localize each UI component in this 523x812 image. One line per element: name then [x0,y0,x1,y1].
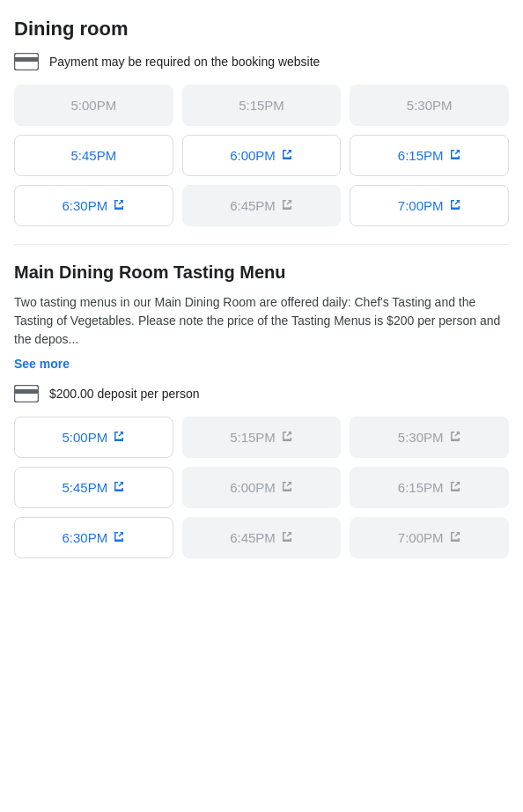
section1-time-grid: 5:00PM 5:15PM 5:30PM 5:45PM 6:00PM 6:15P… [14,85,509,226]
time-slot-630pm-s2[interactable]: 6:30PM [14,517,173,558]
time-slot-630pm-s1[interactable]: 6:30PM [14,185,173,226]
time-slot-600pm-s1[interactable]: 6:00PM [182,135,342,176]
external-link-icon [449,530,461,545]
svg-rect-3 [14,389,39,394]
external-link-icon [449,198,461,213]
external-link-icon [281,198,293,213]
time-slot-545pm-s1[interactable]: 5:45PM [14,135,173,176]
time-slot-615pm-s2[interactable]: 6:15PM [350,467,509,508]
payment-notice: Payment may be required on the booking w… [14,53,509,70]
deposit-notice-text: $200.00 deposit per person [49,387,199,401]
credit-card-icon [14,53,39,70]
external-link-icon [113,480,125,495]
time-slot-615pm-s1[interactable]: 6:15PM [350,135,509,176]
external-link-icon [281,148,293,163]
time-slot-515pm-s1[interactable]: 5:15PM [182,85,342,126]
section2-time-grid: 5:00PM 5:15PM 5:30PM 5:45PM [14,417,509,558]
external-link-icon [281,480,293,495]
tasting-menu-title: Main Dining Room Tasting Menu [14,262,509,283]
time-slot-700pm-s2[interactable]: 7:00PM [350,517,509,558]
time-slot-530pm-s1[interactable]: 5:30PM [350,85,509,126]
time-slot-515pm-s2[interactable]: 5:15PM [182,417,342,458]
payment-notice-text: Payment may be required on the booking w… [49,55,320,69]
section-divider [14,244,509,245]
time-slot-545pm-s2[interactable]: 5:45PM [14,467,173,508]
time-slot-500pm-s2[interactable]: 5:00PM [14,417,173,458]
dining-room-title: Dining room [14,18,509,41]
time-slot-645pm-s1[interactable]: 6:45PM [182,185,342,226]
deposit-notice: $200.00 deposit per person [14,385,509,402]
time-slot-600pm-s2[interactable]: 6:00PM [182,467,342,508]
credit-card-icon-2 [14,385,39,402]
external-link-icon [113,430,125,445]
svg-rect-1 [14,57,39,62]
time-slot-500pm-s1[interactable]: 5:00PM [14,85,173,126]
see-more-link[interactable]: See more [14,357,70,371]
time-slot-700pm-s1[interactable]: 7:00PM [350,185,509,226]
external-link-icon [281,530,293,545]
time-slot-645pm-s2[interactable]: 6:45PM [182,517,342,558]
external-link-icon [113,198,125,213]
external-link-icon [281,430,293,445]
external-link-icon [449,148,461,163]
external-link-icon [449,430,461,445]
external-link-icon [113,530,125,545]
tasting-menu-description: Two tasting menus in our Main Dining Roo… [14,293,509,349]
time-slot-530pm-s2[interactable]: 5:30PM [350,417,509,458]
external-link-icon [449,480,461,495]
